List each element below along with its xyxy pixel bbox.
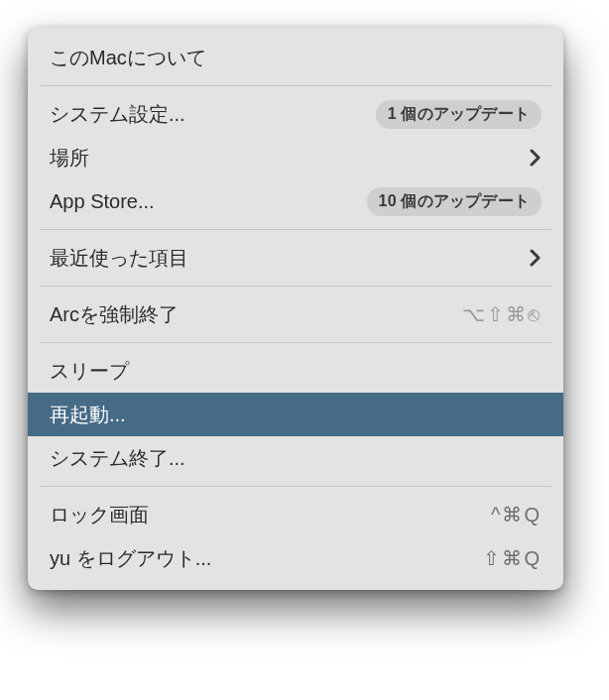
chevron-right-icon: [530, 149, 542, 167]
update-badge: 1 個のアップデート: [376, 100, 542, 129]
menu-item-lock-screen[interactable]: ロック画面 ^⌘Q: [28, 493, 563, 536]
menu-separator: [40, 85, 551, 86]
menu-separator: [40, 286, 551, 287]
keyboard-shortcut: ^⌘Q: [491, 503, 542, 526]
menu-item-about-this-mac[interactable]: このMacについて: [28, 36, 563, 79]
menu-item-force-quit[interactable]: Arcを強制終了 ⌥⇧⌘⎋: [28, 292, 563, 336]
menu-item-app-store[interactable]: App Store... 10 個のアップデート: [28, 179, 563, 223]
menu-item-label: 最近使った項目: [50, 245, 522, 272]
keyboard-shortcut: ⇧⌘Q: [483, 546, 542, 570]
menu-item-label: App Store...: [50, 190, 359, 213]
menu-item-label: スリープ: [50, 358, 542, 385]
menu-item-shut-down[interactable]: システム終了...: [28, 436, 563, 480]
menu-separator: [40, 486, 551, 487]
menu-item-label: システム設定...: [50, 101, 368, 128]
menu-separator: [40, 342, 551, 343]
menu-item-location[interactable]: 場所: [28, 136, 563, 179]
menu-separator: [40, 229, 551, 230]
menu-item-label: 場所: [50, 145, 522, 172]
chevron-right-icon: [530, 249, 542, 267]
menu-item-label: このMacについて: [50, 45, 542, 71]
menu-item-label: ロック画面: [50, 502, 483, 528]
menu-item-recent-items[interactable]: 最近使った項目: [28, 236, 563, 280]
menu-item-sleep[interactable]: スリープ: [28, 349, 563, 393]
menu-item-label: システム終了...: [50, 445, 542, 472]
menu-item-system-settings[interactable]: システム設定... 1 個のアップデート: [28, 92, 563, 136]
menu-item-label: 再起動...: [50, 402, 542, 428]
menu-item-label: Arcを強制終了: [50, 301, 454, 328]
apple-menu: このMacについて システム設定... 1 個のアップデート 場所 App St…: [28, 28, 563, 590]
menu-item-restart[interactable]: 再起動...: [28, 393, 563, 436]
update-badge: 10 個のアップデート: [367, 187, 542, 216]
keyboard-shortcut: ⌥⇧⌘⎋: [462, 302, 542, 326]
menu-item-label: yu をログアウト...: [50, 545, 475, 572]
menu-item-log-out[interactable]: yu をログアウト... ⇧⌘Q: [28, 536, 563, 580]
